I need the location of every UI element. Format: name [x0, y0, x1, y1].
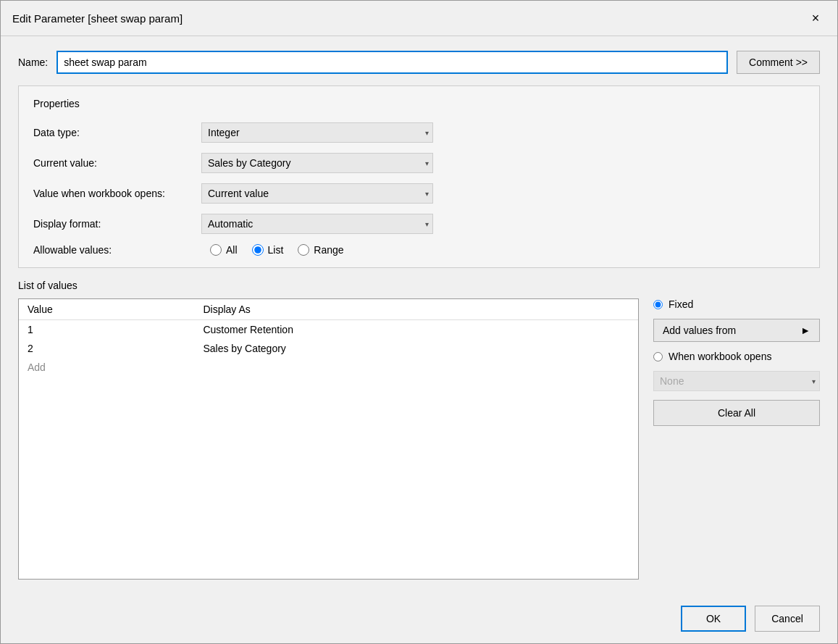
- row-1-value: 1: [19, 320, 194, 340]
- row-1-display-as: Customer Retention: [194, 320, 638, 340]
- data-type-row: Data type: Integer ▾: [33, 122, 805, 143]
- dialog-title: Edit Parameter [sheet swap param]: [12, 12, 183, 25]
- table-row: 2 Sales by Category: [19, 339, 638, 358]
- when-workbook-label: When workbook opens: [669, 351, 771, 362]
- title-bar: Edit Parameter [sheet swap param] ×: [1, 1, 837, 36]
- allowable-range-label: Range: [314, 244, 343, 256]
- current-value-row: Current value: Sales by Category ▾: [33, 153, 805, 173]
- data-type-label: Data type:: [33, 127, 193, 138]
- list-side-panel: Fixed Add values from ► When workbook op…: [653, 298, 820, 580]
- allowable-all-option[interactable]: All: [210, 244, 238, 256]
- fixed-radio-row: Fixed: [653, 298, 820, 310]
- allowable-values-row: Allowable values: All List Range: [33, 244, 805, 256]
- row-2-value: 2: [19, 339, 194, 358]
- current-value-select-wrapper: Sales by Category ▾: [201, 153, 433, 173]
- name-label: Name:: [18, 57, 48, 68]
- allowable-list-radio[interactable]: [252, 244, 264, 256]
- when-workbook-row: When workbook opens: [653, 351, 820, 362]
- comment-button[interactable]: Comment >>: [737, 51, 820, 74]
- ok-button[interactable]: OK: [681, 606, 746, 632]
- cancel-button[interactable]: Cancel: [755, 606, 820, 632]
- none-select-wrapper: None ▾: [653, 371, 820, 391]
- list-table-header-row: Value Display As: [19, 299, 638, 320]
- name-input[interactable]: [56, 51, 728, 74]
- workbook-opens-select[interactable]: Current value: [201, 183, 433, 204]
- allowable-values-label: Allowable values:: [33, 244, 193, 256]
- add-row[interactable]: Add: [19, 358, 638, 377]
- workbook-opens-select-wrapper: Current value ▾: [201, 183, 433, 204]
- dialog-footer: OK Cancel: [1, 594, 837, 643]
- current-value-label: Current value:: [33, 157, 193, 169]
- data-type-select[interactable]: Integer: [201, 122, 433, 143]
- display-format-label: Display format:: [33, 218, 193, 230]
- allowable-list-option[interactable]: List: [252, 244, 284, 256]
- display-format-select[interactable]: Automatic: [201, 214, 433, 234]
- list-of-values-section: List of values Value Display As: [18, 280, 820, 580]
- allowable-all-radio[interactable]: [210, 244, 222, 256]
- add-values-from-button[interactable]: Add values from ►: [653, 319, 820, 342]
- list-table: Value Display As 1 Customer Retention 2: [19, 299, 638, 377]
- none-select[interactable]: None: [653, 371, 820, 391]
- list-section-title: List of values: [18, 280, 820, 291]
- allowable-all-label: All: [226, 244, 238, 256]
- display-format-select-wrapper: Automatic ▾: [201, 214, 433, 234]
- row-2-display-as: Sales by Category: [194, 339, 638, 358]
- add-values-from-label: Add values from: [663, 325, 736, 336]
- fixed-radio[interactable]: [653, 300, 663, 309]
- allowable-range-radio[interactable]: [298, 244, 309, 256]
- list-container: Value Display As 1 Customer Retention 2: [18, 298, 820, 580]
- add-placeholder[interactable]: Add: [19, 358, 194, 377]
- name-row: Name: Comment >>: [18, 51, 820, 74]
- data-type-select-wrapper: Integer ▾: [201, 122, 433, 143]
- workbook-opens-label: Value when workbook opens:: [33, 188, 193, 199]
- properties-section: Properties Data type: Integer ▾ Current …: [18, 85, 820, 268]
- workbook-opens-row: Value when workbook opens: Current value…: [33, 183, 805, 204]
- edit-parameter-dialog: Edit Parameter [sheet swap param] × Name…: [0, 0, 838, 644]
- fixed-label: Fixed: [669, 298, 693, 310]
- close-button[interactable]: ×: [805, 8, 826, 28]
- dialog-content: Name: Comment >> Properties Data type: I…: [1, 36, 837, 594]
- allowable-list-label: List: [268, 244, 284, 256]
- display-as-column-header: Display As: [194, 299, 638, 320]
- add-values-arrow-icon: ►: [800, 325, 810, 336]
- table-row: 1 Customer Retention: [19, 320, 638, 340]
- list-table-wrapper: Value Display As 1 Customer Retention 2: [18, 298, 639, 580]
- value-column-header: Value: [19, 299, 194, 320]
- display-format-row: Display format: Automatic ▾: [33, 214, 805, 234]
- properties-title: Properties: [33, 98, 805, 109]
- current-value-select[interactable]: Sales by Category: [201, 153, 433, 173]
- allowable-radio-group: All List Range: [210, 244, 344, 256]
- clear-all-button[interactable]: Clear All: [653, 400, 820, 426]
- when-workbook-radio[interactable]: [653, 352, 663, 361]
- allowable-range-option[interactable]: Range: [298, 244, 343, 256]
